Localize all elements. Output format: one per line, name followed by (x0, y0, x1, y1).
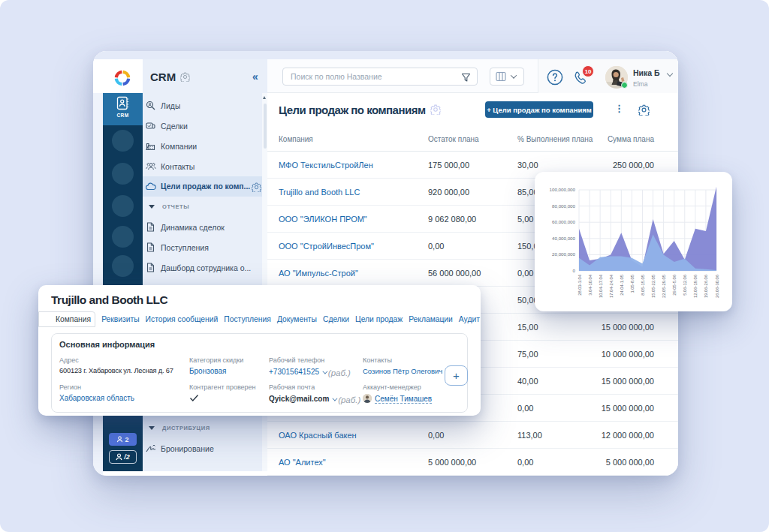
cell-value: 0,00 (428, 242, 517, 251)
nav-app-title: CRM (150, 71, 176, 83)
field-label: Контрагент проверен (189, 383, 256, 391)
nav-item-label: Цели продаж по комп... (158, 182, 250, 191)
cell-value: 250 000,00 (593, 161, 654, 170)
cell-value: 9 062 080,00 (428, 215, 517, 224)
rail-app-placeholder[interactable] (112, 195, 134, 217)
contact-value-link[interactable]: Созинов Пётр Олегович (363, 367, 442, 375)
more-actions-button[interactable]: ⋮ (614, 104, 624, 113)
nav-item-label: Поступления (158, 243, 209, 252)
field-label: Рабочая почта (269, 383, 360, 391)
scroll-up-arrow[interactable] (263, 96, 266, 99)
rail-users-badge[interactable]: 2 (109, 433, 137, 446)
cell-value: 12 000 000,00 (593, 431, 654, 440)
nav-item-gear-icon[interactable] (252, 182, 261, 195)
company-tab[interactable]: Цели продаж (355, 315, 403, 323)
rail-licenses-badge[interactable]: /2 (109, 450, 137, 464)
section-collapse-triangle (149, 205, 155, 209)
svg-text:28.03-3.04: 28.03-3.04 (578, 274, 582, 295)
rail-app-placeholder[interactable] (112, 226, 134, 248)
field-manager: Аккаунт-менеджер Семён Тимашев (363, 383, 432, 403)
filter-funnel-icon[interactable] (461, 73, 471, 83)
company-link[interactable]: АО "Импульс-Строй" (267, 269, 428, 278)
nav-title-gear-icon[interactable] (180, 72, 190, 82)
user-name[interactable]: Ника Б (633, 68, 660, 77)
company-tab[interactable]: Реквизиты (101, 315, 139, 323)
nav-item[interactable]: Динамика сделок (143, 217, 267, 237)
nav-item-label: Контакты (158, 162, 195, 171)
nav-item[interactable]: Бронирование (143, 438, 267, 458)
view-columns-button[interactable] (490, 68, 524, 86)
nav-section-header[interactable]: ОТЧЕТЫ (143, 197, 267, 217)
svg-text:10.04-17.04: 10.04-17.04 (599, 274, 603, 298)
elma-logo[interactable] (114, 70, 131, 86)
company-tab[interactable]: Аудит (459, 315, 480, 323)
company-link[interactable]: АО "Алитех" (267, 458, 428, 467)
field-value-link[interactable]: Бронзовая (189, 367, 243, 375)
search-box (282, 68, 478, 86)
rail-crm-label: CRM (103, 113, 143, 118)
cell-value: 0,00 (517, 458, 593, 467)
rail-app-placeholder[interactable] (112, 130, 134, 152)
region-value-link[interactable]: Хабаровская область (59, 394, 134, 402)
company-tab[interactable]: Компания (38, 311, 95, 327)
contact-icon (146, 161, 156, 172)
chevron-down-icon (511, 72, 517, 78)
page-title-gear-icon[interactable] (430, 104, 441, 115)
rail-users-count: 2 (125, 436, 128, 443)
nav-item[interactable]: Компании (143, 136, 267, 156)
nav-section-header[interactable]: ДИСТРИБУЦИЯ (143, 418, 267, 438)
nav-item[interactable]: Сделки (143, 116, 267, 136)
company-tab[interactable]: Рекламации (409, 315, 453, 323)
company-tab[interactable]: Документы (277, 315, 317, 323)
nav-item-label: Дашборд сотрудника о... (158, 263, 251, 272)
company-link[interactable]: МФО ТекстильСтройЛен (267, 161, 428, 170)
table-row[interactable]: ОАО Красный бакен0,00113,0012 000 000,00 (267, 422, 678, 449)
search-input[interactable] (283, 68, 477, 85)
cell-value: 10 000 000,00 (593, 350, 654, 359)
company-link[interactable]: Trujillo and Booth LLC (267, 188, 428, 197)
column-header[interactable]: Остаток плана (428, 135, 517, 143)
add-sales-goal-button[interactable]: + Цели продаж по компаниям (485, 101, 593, 118)
rail-app-placeholder[interactable] (112, 255, 134, 277)
company-tab[interactable]: Поступления (224, 315, 271, 323)
nav-item[interactable]: Дашборд сотрудника о... (143, 257, 267, 278)
company-link[interactable]: ООО "ЭЛИКОН ПРОМ" (267, 215, 428, 224)
column-header[interactable]: Компания (267, 135, 428, 143)
chevron-down-icon[interactable] (322, 369, 327, 374)
rail-app-placeholder[interactable] (112, 163, 134, 185)
company-link[interactable]: ОАО Красный бакен (267, 431, 428, 440)
svg-text:22.05-29.05: 22.05-29.05 (662, 275, 666, 298)
company-tab[interactable]: Сделки (323, 315, 349, 323)
field-label: Категория скидки (189, 356, 243, 364)
phone-value: +73015641525 (раб.) (269, 367, 351, 376)
rail-licenses-count: /2 (124, 453, 130, 461)
help-icon[interactable] (547, 69, 563, 86)
svg-text:80,000,000: 80,000,000 (552, 203, 576, 209)
phone-value-link[interactable]: +73015641525 (269, 368, 319, 376)
column-header[interactable]: % Выполнения плана (517, 135, 593, 143)
table-settings-gear-icon[interactable] (638, 104, 650, 116)
nav-list-bottom: ДИСТРИБУЦИЯБронирование (143, 418, 267, 458)
lead-icon (146, 101, 156, 111)
scroll-thumb[interactable] (264, 104, 267, 149)
nav-item[interactable]: Контакты (143, 156, 267, 176)
company-link[interactable]: ООО "СтройИнвесПром" (267, 242, 428, 251)
svg-text:1.05-8.05: 1.05-8.05 (630, 275, 635, 293)
svg-text:8.05-15.05: 8.05-15.05 (641, 275, 645, 296)
user-org: Elma (633, 80, 647, 88)
collapse-sidebar-button[interactable]: « (252, 71, 258, 83)
field-label: Регион (59, 383, 134, 391)
table-row[interactable]: АО "Алитех"5 000 000,000,005 000 000,00 (267, 449, 678, 476)
nav-item[interactable]: Цели продаж по комп... (143, 176, 267, 197)
manager-value-link[interactable]: Семён Тимашев (375, 395, 432, 404)
rail-item-crm[interactable]: CRM (103, 93, 143, 125)
company-tab[interactable]: История сообщений (146, 315, 219, 323)
column-header[interactable]: Сумма плана (593, 135, 654, 143)
nav-item[interactable]: Поступления (143, 237, 267, 257)
company-tabs: КомпанияРеквизитыИстория сообщенийПоступ… (38, 311, 480, 327)
nav-item[interactable]: Лиды (143, 95, 267, 116)
deal-icon (146, 121, 156, 131)
chevron-down-icon[interactable] (333, 396, 338, 401)
email-value[interactable]: Qyick@mail.com (269, 395, 329, 403)
add-contact-button[interactable]: + (445, 365, 468, 386)
